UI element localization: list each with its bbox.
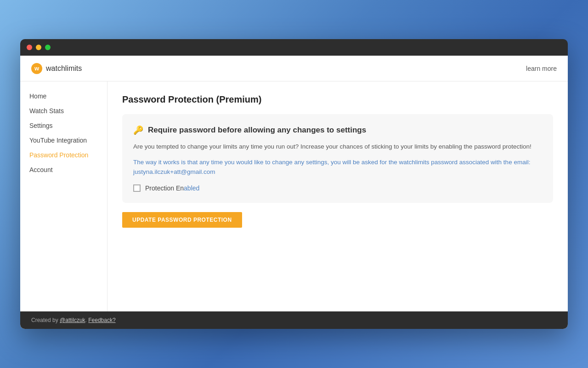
enabled-text: abled <box>184 184 199 192</box>
footer-feedback-link[interactable]: Feedback? <box>88 317 115 323</box>
traffic-lights <box>27 45 51 50</box>
footer-author-link[interactable]: @attilczuk <box>60 317 85 323</box>
protection-enabled-checkbox[interactable] <box>133 184 141 192</box>
footer-text: Created by @attilczuk. Feedback? <box>31 317 116 323</box>
card-description-2: The way it works is that any time you wo… <box>133 157 542 177</box>
browser-window: w watchlimits learn more Home Watch Stat… <box>20 39 568 329</box>
app-content: w watchlimits learn more Home Watch Stat… <box>20 56 568 329</box>
password-protection-card: 🔑 Require password before allowing any c… <box>122 114 553 203</box>
top-bar: w watchlimits learn more <box>20 56 568 81</box>
key-icon: 🔑 <box>133 125 143 135</box>
logo-area: w watchlimits <box>31 63 82 74</box>
titlebar <box>20 39 568 56</box>
close-button[interactable] <box>27 45 32 50</box>
sidebar-item-watch-stats[interactable]: Watch Stats <box>20 104 107 118</box>
card-title: 🔑 Require password before allowing any c… <box>133 125 542 135</box>
content-area: Password Protection (Premium) 🔑 Require … <box>107 81 568 311</box>
sidebar-item-youtube-integration[interactable]: YouTube Integration <box>20 133 107 148</box>
update-password-protection-button[interactable]: UPDATE PASSWORD PROTECTION <box>122 212 242 228</box>
card-title-text: Require password before allowing any cha… <box>148 126 366 135</box>
footer-prefix: Created by <box>31 317 60 323</box>
protection-enabled-label: Protection Enabled <box>145 184 199 192</box>
footer: Created by @attilczuk. Feedback? <box>20 311 568 329</box>
protection-enabled-row: Protection Enabled <box>133 184 542 192</box>
maximize-button[interactable] <box>45 45 51 50</box>
page-title: Password Protection (Premium) <box>122 94 553 105</box>
sidebar-item-account[interactable]: Account <box>20 162 107 177</box>
minimize-button[interactable] <box>36 45 41 50</box>
card-description-1: Are you tempted to change your limits an… <box>133 142 542 152</box>
sidebar: Home Watch Stats Settings YouTube Integr… <box>20 81 107 311</box>
sidebar-item-home[interactable]: Home <box>20 89 107 104</box>
main-area: Home Watch Stats Settings YouTube Integr… <box>20 81 568 311</box>
learn-more-link[interactable]: learn more <box>526 65 557 72</box>
logo-icon: w <box>31 63 42 74</box>
logo-text: watchlimits <box>46 64 82 73</box>
sidebar-item-password-protection[interactable]: Password Protection <box>20 148 107 162</box>
sidebar-item-settings[interactable]: Settings <box>20 118 107 133</box>
